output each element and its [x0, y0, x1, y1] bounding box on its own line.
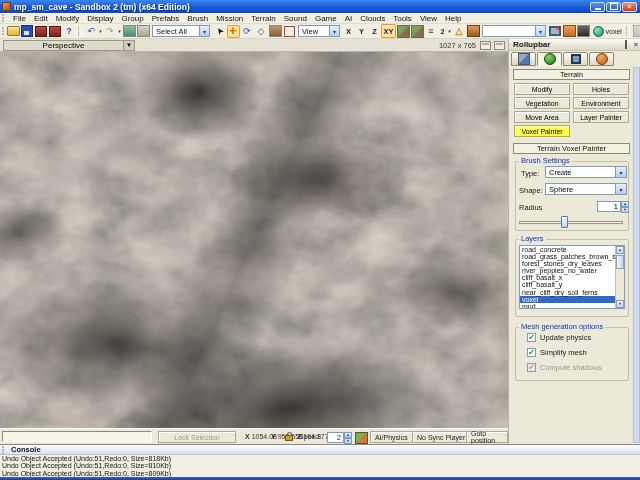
lod-button[interactable]: ≡	[425, 25, 438, 38]
tab-objects[interactable]	[511, 52, 536, 66]
simplify-mesh-check-icon[interactable]: ✔	[527, 348, 536, 357]
radius-slider[interactable]	[519, 216, 623, 228]
axis-z-button[interactable]: Z	[368, 25, 381, 37]
layer-painter-button[interactable]: Layer Painter	[573, 111, 629, 123]
environment-button[interactable]: Environment	[573, 97, 629, 109]
radius-down-icon[interactable]: ▼	[621, 207, 629, 213]
layer-item[interactable]: river_pepples_no_water	[520, 267, 624, 274]
vegetation-button[interactable]: Vegetation	[514, 97, 570, 109]
no-sync-player-button[interactable]: No Sync Player	[412, 431, 470, 443]
brush-type-dropdown-icon[interactable]: ▾	[615, 167, 626, 177]
voxel-painter-button[interactable]: Voxel Painter	[514, 125, 570, 137]
update-physics-check-icon[interactable]: ✔	[527, 333, 536, 342]
menu-ai[interactable]: AI	[341, 14, 357, 23]
lod-dropdown[interactable]: ▾	[447, 28, 452, 34]
rotate-tool-button[interactable]: ⟳	[241, 25, 254, 38]
layer-item[interactable]: forest_stones_dry_leaves	[520, 260, 624, 267]
menu-sound[interactable]: Sound	[280, 14, 311, 23]
redo-dropdown[interactable]: ▾	[117, 28, 122, 34]
goto-position-button[interactable]: Goto position	[466, 431, 508, 443]
axis-y-button[interactable]: Y	[355, 25, 368, 37]
menu-file[interactable]: File	[9, 14, 30, 23]
help-button[interactable]: ?	[63, 25, 76, 38]
brush-shape-combo[interactable]: Sphere ▾	[545, 183, 627, 195]
lock-selection-button[interactable]: Lock Selection	[158, 431, 236, 443]
unlink-button[interactable]	[137, 25, 150, 38]
layers-list-scrollbar[interactable]: ▲ ▼	[615, 246, 624, 308]
undo-button[interactable]: ↶	[85, 25, 98, 38]
layer-item[interactable]: cliff_basalt_x	[520, 274, 624, 281]
menu-game[interactable]: Game	[311, 14, 341, 23]
ai-physics-button[interactable]: AI/Physics	[370, 431, 413, 443]
open-file-button[interactable]	[7, 25, 20, 38]
menu-tools[interactable]: Tools	[389, 14, 416, 23]
speed-stepper[interactable]: ▲ ▼	[344, 432, 352, 443]
axis-x-button[interactable]: X	[342, 25, 355, 37]
menu-view[interactable]: View	[416, 14, 441, 23]
export-button[interactable]	[35, 25, 48, 38]
move-tool-button[interactable]: ✚	[227, 25, 240, 38]
rollupbar-scrollbar[interactable]	[633, 67, 640, 443]
freeze-button[interactable]	[283, 25, 296, 38]
no-sync-toggle-button[interactable]: ✕	[549, 25, 562, 38]
menu-clouds[interactable]: Clouds	[356, 14, 389, 23]
update-physics-checkbox[interactable]: ✔ Update physics	[527, 333, 591, 342]
tab-layers[interactable]	[589, 52, 614, 66]
menu-modify[interactable]: Modify	[52, 14, 84, 23]
terrain-snap-icon[interactable]	[355, 432, 368, 444]
menu-display[interactable]: Display	[83, 14, 117, 23]
select-tool-button[interactable]: ➤	[210, 24, 228, 39]
close-button[interactable]: ✕	[622, 2, 637, 12]
menu-help[interactable]: Help	[441, 14, 465, 23]
mission-combo[interactable]: ▾	[482, 25, 546, 37]
speed-down-icon[interactable]: ▼	[344, 438, 352, 444]
snapshot-button[interactable]	[563, 25, 576, 38]
radius-slider-thumb[interactable]	[561, 216, 568, 228]
scroll-thumb[interactable]	[616, 255, 624, 269]
select-object-button[interactable]	[269, 25, 282, 38]
tab-display[interactable]	[563, 52, 588, 66]
redo-button[interactable]: ↷	[104, 25, 117, 38]
export-pak-button[interactable]	[49, 25, 62, 38]
brush-shape-dropdown-icon[interactable]: ▾	[615, 184, 626, 194]
restore-button[interactable]	[606, 2, 621, 12]
tab-terrain[interactable]	[537, 52, 562, 66]
voxel-painter-rollup-header[interactable]: Terrain Voxel Painter	[513, 143, 630, 154]
modify-button[interactable]: Modify	[514, 83, 570, 95]
voxel-mode-button[interactable]: voxel	[591, 25, 624, 38]
ruler-button[interactable]: △	[453, 25, 466, 38]
material-button[interactable]	[467, 25, 480, 38]
scroll-up-icon[interactable]: ▲	[616, 246, 624, 254]
select-filter-combo[interactable]: Select All ▾	[152, 25, 210, 37]
menu-mission[interactable]: Mission	[212, 14, 247, 23]
selection-info-field[interactable]	[2, 431, 152, 442]
move-area-button[interactable]: Move Area	[514, 111, 570, 123]
menu-prefabs[interactable]: Prefabs	[148, 14, 184, 23]
terrain-layers-button[interactable]	[411, 25, 424, 38]
layers-list[interactable]: road_concrete road_grass_patches_brown_s…	[519, 245, 625, 309]
pin-icon[interactable]	[621, 41, 631, 48]
popout-view-icon[interactable]	[480, 41, 491, 50]
view-mode-combo[interactable]: Perspective ▼	[3, 40, 135, 51]
simplify-mesh-checkbox[interactable]: ✔ Simplify mesh	[527, 348, 587, 357]
scroll-down-icon[interactable]: ▼	[616, 300, 624, 308]
radius-stepper[interactable]: ▲ ▼	[621, 201, 629, 212]
view-mode-dropdown-icon[interactable]: ▼	[123, 41, 134, 50]
menu-edit[interactable]: Edit	[30, 14, 52, 23]
panel-close-icon[interactable]: ✕	[631, 41, 640, 49]
menu-brush[interactable]: Brush	[183, 14, 212, 23]
menu-group[interactable]: Group	[117, 14, 147, 23]
scale-tool-button[interactable]: ◇	[255, 25, 268, 38]
save-button[interactable]	[21, 25, 34, 38]
layer-item[interactable]: near_cliff_dry_soil_ferns	[520, 289, 624, 296]
terrain-texture-button[interactable]	[397, 25, 410, 38]
axis-xy-button[interactable]: XY	[381, 24, 396, 38]
mission-combo-dropdown-icon[interactable]: ▾	[535, 26, 545, 36]
minimize-button[interactable]	[590, 2, 605, 12]
layer-item-selected[interactable]: voxel	[520, 296, 624, 303]
view-combo[interactable]: View ▾	[298, 25, 340, 37]
view-combo-dropdown-icon[interactable]: ▾	[329, 26, 339, 36]
perspective-viewport[interactable]	[0, 52, 508, 428]
lock-icon[interactable]	[285, 432, 293, 441]
speed-input[interactable]: 2	[327, 432, 344, 443]
